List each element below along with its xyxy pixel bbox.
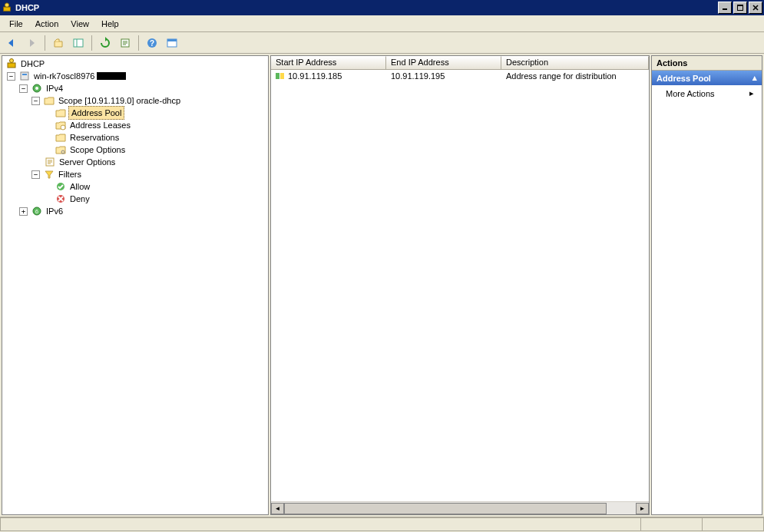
options-icon bbox=[44, 156, 56, 168]
tree-scope-options[interactable]: Scope Options bbox=[4, 144, 268, 156]
expander-minus-icon[interactable]: − bbox=[31, 170, 40, 179]
tree-label: Reservations bbox=[68, 131, 121, 144]
expander-minus-icon[interactable]: − bbox=[19, 84, 28, 93]
tree-ipv6[interactable]: + 6 IPv6 bbox=[4, 205, 268, 217]
tree-label: Scope [10.91.119.0] oracle-dhcp bbox=[57, 94, 182, 107]
expander-plus-icon[interactable]: + bbox=[19, 207, 28, 216]
tree-label: IPv4 bbox=[45, 82, 64, 94]
folder-gear-icon bbox=[55, 144, 67, 156]
forward-button[interactable] bbox=[23, 35, 40, 51]
svg-point-1 bbox=[5, 3, 8, 7]
tree-label: Deny bbox=[68, 193, 91, 205]
tree-address-leases[interactable]: Address Leases bbox=[4, 119, 268, 131]
svg-rect-0 bbox=[4, 7, 11, 11]
refresh-button[interactable] bbox=[97, 35, 114, 51]
tree-label: Address Leases bbox=[68, 119, 132, 131]
tree-server-options[interactable]: Server Options bbox=[4, 156, 268, 168]
menu-help[interactable]: Help bbox=[95, 18, 125, 30]
column-start-ip[interactable]: Start IP Address bbox=[271, 56, 386, 69]
scroll-right-button[interactable]: ► bbox=[636, 503, 649, 514]
show-hide-button[interactable] bbox=[70, 35, 87, 51]
menu-action[interactable]: Action bbox=[29, 18, 65, 30]
deny-icon bbox=[55, 193, 67, 205]
folder-icon bbox=[55, 107, 67, 119]
tree-ipv4[interactable]: − IPv4 bbox=[4, 82, 268, 94]
toolbar: ? bbox=[0, 32, 764, 54]
actions-context-header[interactable]: Address Pool ▴ bbox=[652, 71, 762, 85]
tree-label: Server Options bbox=[58, 156, 117, 168]
ipv6-icon: 6 bbox=[31, 205, 43, 217]
svg-rect-17 bbox=[22, 74, 27, 75]
actions-context-label: Address Pool bbox=[657, 74, 711, 83]
svg-text:6: 6 bbox=[35, 209, 38, 214]
tree-server[interactable]: − win-rk7oscl8976 bbox=[4, 70, 268, 82]
list-body[interactable]: 10.91.119.185 10.91.119.195 Address rang… bbox=[271, 70, 649, 501]
scroll-thumb[interactable] bbox=[284, 503, 607, 514]
filter-icon bbox=[43, 168, 55, 180]
actions-more[interactable]: More Actions ▸ bbox=[652, 85, 762, 101]
toolbar-separator bbox=[138, 35, 139, 51]
svg-rect-28 bbox=[280, 73, 284, 79]
svg-rect-7 bbox=[74, 39, 83, 47]
svg-rect-27 bbox=[276, 73, 279, 79]
tree-label: DHCP bbox=[19, 58, 46, 70]
scroll-track[interactable] bbox=[284, 503, 636, 514]
tree-pane[interactable]: DHCP − win-rk7oscl8976 − bbox=[2, 55, 269, 515]
ipv4-icon bbox=[31, 82, 43, 94]
svg-rect-14 bbox=[8, 63, 15, 68]
svg-point-19 bbox=[35, 87, 38, 90]
dhcp-icon bbox=[5, 58, 18, 70]
actions-title: Actions bbox=[652, 56, 762, 71]
svg-point-20 bbox=[61, 125, 65, 130]
expander-minus-icon[interactable]: − bbox=[7, 72, 15, 81]
tree-address-pool[interactable]: Address Pool bbox=[4, 107, 268, 119]
tree-label: Allow bbox=[68, 180, 91, 193]
cell-description: Address range for distribution bbox=[501, 71, 649, 81]
tree-root-dhcp[interactable]: DHCP bbox=[4, 58, 268, 70]
chevron-up-icon: ▴ bbox=[752, 73, 757, 83]
horizontal-scrollbar[interactable]: ◄ ► bbox=[271, 501, 649, 514]
cell-end-ip: 10.91.119.195 bbox=[386, 71, 501, 81]
tree-label: Filters bbox=[57, 168, 83, 180]
status-cell bbox=[703, 517, 764, 531]
status-bar bbox=[0, 517, 764, 532]
up-button[interactable] bbox=[50, 35, 67, 51]
minimize-button[interactable] bbox=[718, 2, 732, 14]
app-icon bbox=[2, 2, 12, 13]
back-button[interactable] bbox=[3, 35, 20, 51]
toolbar-separator bbox=[91, 35, 92, 51]
folder-icon bbox=[55, 131, 67, 144]
properties-button[interactable] bbox=[164, 35, 180, 51]
expander-minus-icon[interactable]: − bbox=[31, 97, 40, 105]
window-title: DHCP bbox=[15, 3, 716, 12]
svg-point-15 bbox=[10, 59, 14, 63]
list-row[interactable]: 10.91.119.185 10.91.119.195 Address rang… bbox=[271, 70, 649, 82]
help-button[interactable]: ? bbox=[144, 35, 160, 51]
tree-allow[interactable]: Allow bbox=[4, 180, 268, 193]
actions-more-label: More Actions bbox=[666, 89, 715, 98]
scroll-left-button[interactable]: ◄ bbox=[271, 503, 284, 514]
folder-clock-icon bbox=[55, 119, 67, 131]
actions-pane: Actions Address Pool ▴ More Actions ▸ bbox=[651, 55, 762, 515]
tree-scope[interactable]: − Scope [10.91.119.0] oracle-dhcp bbox=[4, 94, 268, 107]
menu-bar: File Action View Help bbox=[0, 15, 764, 32]
maximize-button[interactable] bbox=[733, 2, 747, 14]
tree-reservations[interactable]: Reservations bbox=[4, 131, 268, 144]
column-description[interactable]: Description bbox=[501, 56, 649, 69]
tree-label: win-rk7oscl8976 bbox=[32, 70, 96, 82]
allow-icon bbox=[55, 180, 67, 193]
export-button[interactable] bbox=[117, 35, 134, 51]
svg-text:?: ? bbox=[150, 39, 154, 48]
toolbar-separator bbox=[45, 35, 45, 51]
menu-view[interactable]: View bbox=[64, 18, 95, 30]
close-button[interactable] bbox=[749, 2, 762, 14]
range-icon bbox=[276, 71, 286, 81]
tree-filters[interactable]: − Filters bbox=[4, 168, 268, 180]
column-end-ip[interactable]: End IP Address bbox=[386, 56, 501, 69]
window-titlebar: DHCP bbox=[0, 0, 764, 15]
svg-rect-13 bbox=[167, 39, 177, 41]
status-cell bbox=[641, 517, 703, 531]
menu-file[interactable]: File bbox=[3, 18, 29, 30]
svg-rect-16 bbox=[21, 72, 28, 80]
tree-deny[interactable]: Deny bbox=[4, 193, 268, 205]
